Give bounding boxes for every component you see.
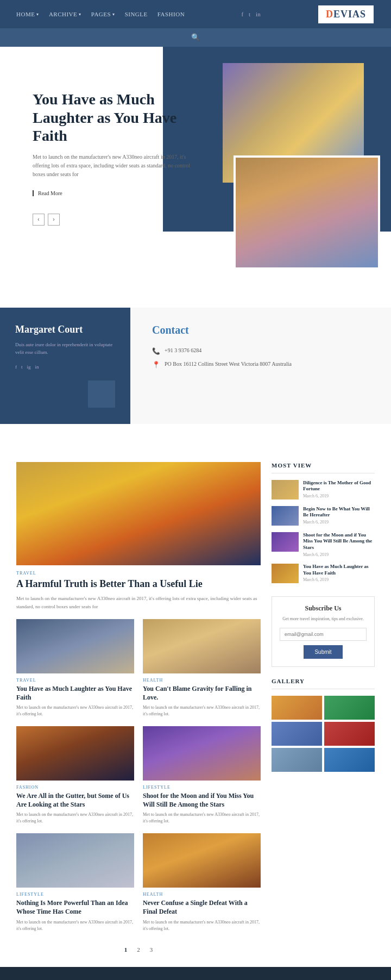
chevron-icon: ▾	[36, 12, 39, 17]
nav-archive[interactable]: ARCHIVE ▾	[49, 11, 81, 17]
phone-icon: 📞	[152, 347, 160, 355]
author-social-links: f t ig in	[15, 364, 115, 370]
chevron-icon: ▾	[112, 12, 115, 17]
logo-d: D	[326, 9, 333, 20]
post-image-3	[143, 726, 261, 781]
most-view-post-title-2[interactable]: Shoot for the Moon and if You Miss You W…	[303, 532, 375, 551]
main-content: TRAVEL A Harmful Truth is Better Than a …	[0, 462, 391, 967]
gallery-title: GALLERY	[272, 678, 375, 689]
read-more-link[interactable]: Read More	[33, 190, 62, 196]
contact-address: 📍 PO Box 16112 Collins Street West Victo…	[152, 361, 369, 369]
post-category-1: HEALTH	[143, 678, 261, 683]
hero-content: You Have as Much Laughter as You Have Fa…	[0, 47, 206, 247]
most-view-date-3: March 6, 2019	[303, 577, 375, 582]
facebook-icon[interactable]: f	[241, 11, 243, 17]
subscribe-title: Subscribe Us	[280, 604, 367, 613]
author-facebook-icon[interactable]: f	[15, 364, 17, 370]
post-title-5[interactable]: Never Confuse a Single Defeat With a Fin…	[143, 899, 261, 916]
most-viewed-section: MOST VIEW Diligence is The Mother of Goo…	[272, 462, 375, 583]
post-category-5: HEALTH	[143, 892, 261, 897]
author-name: Margaret Court	[15, 324, 115, 335]
gallery-thumb-3[interactable]	[272, 722, 322, 746]
most-view-info-3: You Have as Much Laughter as You Have Fa…	[303, 564, 375, 582]
featured-post-title[interactable]: A Harmful Truth is Better Than a Useful …	[16, 578, 261, 590]
post-title-3[interactable]: Shoot for the Moon and if You Miss You W…	[143, 792, 261, 809]
page-2[interactable]: 2	[134, 945, 143, 954]
author-card: Margaret Court Duis aute irure dolor in …	[0, 308, 130, 424]
post-image-2	[16, 726, 134, 781]
gallery-thumb-1[interactable]	[272, 696, 322, 720]
featured-post-image	[16, 462, 261, 565]
author-instagram-icon[interactable]: ig	[27, 364, 31, 370]
most-view-post-title-1[interactable]: Begin Now to Be What You Will Be Hereaft…	[303, 506, 375, 519]
twitter-icon[interactable]: t	[249, 11, 250, 17]
logo[interactable]: DEVIAS	[317, 4, 375, 24]
subscribe-desc: Get more travel inspiration, tips and ex…	[280, 616, 367, 622]
location-icon: 📍	[152, 361, 160, 369]
author-contact-section: Margaret Court Duis aute irure dolor in …	[0, 308, 391, 424]
post-category-4: LIFESTYLE	[16, 892, 134, 897]
gallery-thumb-6[interactable]	[324, 748, 375, 772]
hero-description: Met to launch on the manufacturer's new …	[33, 153, 190, 179]
most-view-item-1: Begin Now to Be What You Will Be Hereaft…	[272, 506, 375, 526]
post-desc-2: Met to launch on the manufacturer's new …	[16, 812, 134, 825]
nav-single[interactable]: SINGLE	[125, 11, 148, 17]
post-title-0[interactable]: You Have as Much Laughter as You Have Fa…	[16, 685, 134, 702]
gallery-thumb-2[interactable]	[324, 696, 375, 720]
prev-arrow-button[interactable]: ‹	[33, 214, 45, 226]
navbar: HOME ▾ ARCHIVE ▾ PAGES ▾ SINGLE FASHION …	[0, 0, 391, 28]
post-title-2[interactable]: We Are All in the Gutter, but Some of Us…	[16, 792, 134, 809]
linkedin-icon[interactable]: in	[256, 11, 261, 17]
hero-image-2	[234, 155, 380, 270]
author-twitter-icon[interactable]: t	[21, 364, 23, 370]
most-view-date-0: March 6, 2019	[303, 494, 375, 498]
gallery-thumb-4[interactable]	[324, 722, 375, 746]
subscribe-button[interactable]: Submit	[304, 645, 342, 659]
nav-fashion[interactable]: FASHION	[157, 11, 185, 17]
content-left: TRAVEL A Harmful Truth is Better Than a …	[16, 462, 272, 967]
most-view-post-title-3[interactable]: You Have as Much Laughter as You Have Fa…	[303, 564, 375, 576]
most-view-item-2: Shoot for the Moon and if You Miss You W…	[272, 532, 375, 557]
chevron-icon: ▾	[79, 12, 81, 17]
posts-grid: TRAVEL You Have as Much Laughter as You …	[16, 619, 261, 932]
author-bio: Duis aute irure dolor in reprehenderit i…	[15, 341, 115, 357]
search-icon[interactable]: 🔍	[191, 33, 200, 42]
post-desc-3: Met to launch on the manufacturer's new …	[143, 812, 261, 825]
nav-pages[interactable]: PAGES ▾	[91, 11, 115, 17]
most-view-thumb-0	[272, 480, 299, 500]
post-title-1[interactable]: You Can't Blame Gravity for Falling in L…	[143, 685, 261, 702]
post-title-4[interactable]: Nothing Is More Powerful Than an Idea Wh…	[16, 899, 134, 916]
post-image-1	[143, 619, 261, 673]
page-3[interactable]: 3	[147, 945, 156, 954]
featured-post-category: TRAVEL	[16, 571, 261, 576]
post-image-4	[16, 833, 134, 888]
post-category-0: TRAVEL	[16, 678, 134, 683]
most-view-info-0: Diligence is The Mother of Good Fortune …	[303, 480, 375, 498]
hero-title: You Have as Much Laughter as You Have Fa…	[33, 90, 190, 145]
post-desc-1: Met to launch on the manufacturer's new …	[143, 704, 261, 717]
next-arrow-button[interactable]: ›	[48, 214, 60, 226]
post-card-4: LIFESTYLE Nothing Is More Powerful Than …	[16, 833, 134, 932]
featured-post-description: Met to launch on the manufacturer's new …	[16, 595, 261, 610]
post-desc-0: Met to launch on the manufacturer's new …	[16, 704, 134, 717]
most-view-thumb-1	[272, 506, 299, 526]
nav-home[interactable]: HOME ▾	[16, 11, 39, 17]
post-card-5: HEALTH Never Confuse a Single Defeat Wit…	[143, 833, 261, 932]
post-image-5	[143, 833, 261, 888]
most-view-info-2: Shoot for the Moon and if You Miss You W…	[303, 532, 375, 557]
gallery-thumb-5[interactable]	[272, 748, 322, 772]
post-image-0	[16, 619, 134, 673]
pagination: 1 2 3	[16, 932, 261, 967]
sidebar: MOST VIEW Diligence is The Mother of Goo…	[272, 462, 375, 967]
contact-section: Contact 📞 +91 3 9376 6284 📍 PO Box 16112…	[130, 308, 391, 424]
post-category-3: LIFESTYLE	[143, 785, 261, 790]
post-category-2: FASHION	[16, 785, 134, 790]
gallery-grid	[272, 696, 375, 772]
subscribe-email-input[interactable]	[280, 628, 367, 641]
post-desc-4: Met to launch on the manufacturer's new …	[16, 919, 134, 932]
page-1[interactable]: 1	[121, 945, 131, 954]
most-view-post-title-0[interactable]: Diligence is The Mother of Good Fortune	[303, 480, 375, 492]
most-view-thumb-3	[272, 564, 299, 583]
author-image	[88, 380, 115, 408]
author-linkedin-icon[interactable]: in	[35, 364, 39, 370]
